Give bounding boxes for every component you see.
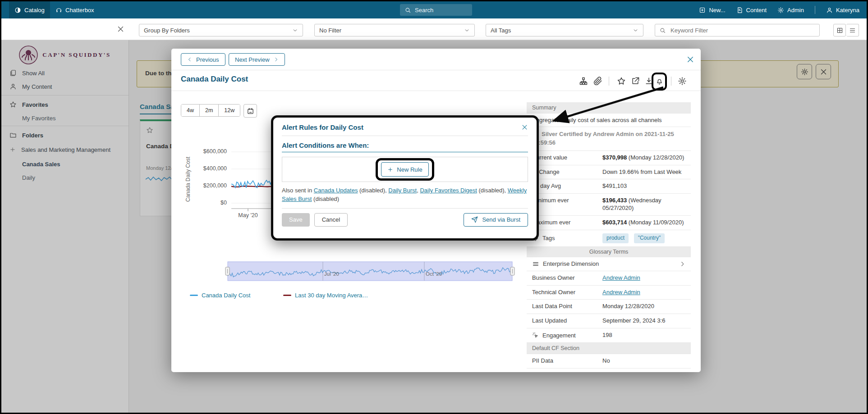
- disabled-note: (disabled),: [358, 187, 388, 194]
- owner-link[interactable]: Andrew Admin: [602, 274, 640, 281]
- summary-row-avg: 30 day Avg $491,103: [527, 179, 691, 193]
- legend-swatch: [283, 295, 291, 296]
- filter-dropdown[interactable]: No Filter: [314, 24, 475, 36]
- legend-label: Last 30 day Moving Avera…: [295, 292, 368, 299]
- alert-divider: [282, 208, 528, 209]
- mini-x-tick: Jul '20: [324, 271, 339, 277]
- conditions-heading: Alert Conditions are When:: [282, 141, 528, 149]
- filter-bar: Group By Folders No Filter All Tags: [1, 18, 867, 40]
- cursor-click-icon: [532, 332, 539, 339]
- glossary-header: Glossary Terms: [527, 246, 691, 257]
- row-value-bold: $603,714: [602, 219, 627, 226]
- top-nav: Catalog Chatterbox Search New... Content: [1, 1, 867, 18]
- tag-chip[interactable]: product: [602, 233, 629, 243]
- conditions-empty-box: New Rule: [282, 157, 528, 182]
- conditions-underline: [282, 152, 528, 152]
- row-label: PII Data: [532, 357, 602, 364]
- tab-chatterbox[interactable]: Chatterbox: [50, 1, 100, 18]
- send-via-burst-label: Send via Burst: [482, 216, 520, 223]
- alert-divider: [282, 136, 528, 136]
- alert-rules-modal: Alert Rules for Daily Cost Alert Conditi…: [271, 115, 539, 241]
- legend-item-daily-cost[interactable]: Canada Daily Cost: [190, 292, 250, 299]
- glossary-term-row[interactable]: Enterprise Dimension: [527, 257, 691, 271]
- grid-view-button[interactable]: [833, 24, 846, 36]
- user-name: Kateryna: [836, 7, 859, 14]
- search-icon: [404, 7, 411, 14]
- tags-value: All Tags: [491, 27, 511, 34]
- chevron-down-icon: [292, 27, 298, 33]
- catalog-logo-icon: [14, 7, 21, 14]
- close-sidebar-icon[interactable]: [117, 25, 124, 33]
- row-label: Maximum ever: [532, 219, 602, 226]
- plus-icon: [387, 167, 393, 173]
- global-search[interactable]: Search: [400, 4, 472, 16]
- row-value: 198: [602, 332, 685, 339]
- row-label: 30 day Avg: [532, 182, 602, 189]
- legend-item-moving-average[interactable]: Last 30 day Moving Avera…: [283, 292, 368, 299]
- burst-link[interactable]: Daily Burst: [388, 187, 417, 194]
- alert-modal-header: Alert Rules for Daily Cost: [282, 123, 528, 131]
- admin-button-label: Admin: [787, 7, 804, 14]
- user-menu[interactable]: Kateryna: [826, 7, 859, 14]
- row-value-bold: $196,433: [602, 197, 627, 204]
- brush-handle-right[interactable]: [510, 267, 514, 275]
- legend-swatch: [190, 295, 198, 296]
- keyword-filter-input[interactable]: [670, 27, 815, 34]
- new-button-label: New...: [709, 7, 725, 14]
- row-label: Last Data Point: [532, 303, 602, 309]
- chevron-down-icon: [464, 27, 470, 33]
- admin-button[interactable]: Admin: [777, 7, 804, 14]
- summary-row-tags: Tags product "Country": [527, 230, 691, 246]
- row-value: No: [602, 357, 685, 365]
- row-label: Engagement: [542, 332, 576, 339]
- app-window: Catalog Chatterbox Search New... Content: [0, 0, 868, 414]
- row-label: % Change: [532, 168, 602, 175]
- owner-link[interactable]: Andrew Admin: [602, 289, 640, 296]
- row-label: Business Owner: [532, 274, 602, 281]
- summary-description: Aggregated daily cost of sales across al…: [527, 113, 691, 127]
- send-via-burst-button[interactable]: Send via Burst: [464, 213, 528, 227]
- tab-chatterbox-label: Chatterbox: [65, 7, 94, 14]
- alert-modal-title: Alert Rules for Daily Cost: [282, 123, 363, 131]
- tab-catalog[interactable]: Catalog: [9, 1, 50, 18]
- list-view-button[interactable]: [846, 24, 859, 36]
- summary-row-current: Current value $370,998 (Monday 12/28/202…: [527, 150, 691, 165]
- summary-row-min: Minimum ever $196,433 (Wednesday 05/27/2…: [527, 193, 691, 215]
- certified-text: Silver Certified by Andrew Admin on 2021…: [532, 131, 674, 146]
- person-icon: [826, 7, 833, 14]
- also-sent-prefix: Also sent in: [282, 187, 314, 194]
- cancel-button[interactable]: Cancel: [314, 213, 348, 227]
- certified-row: Silver Certified by Andrew Admin on 2021…: [527, 127, 691, 150]
- keyword-filter-box: [655, 24, 820, 36]
- row-value: $491,103: [602, 182, 685, 190]
- summary-row-change: % Change Down 19.66% from Last Week: [527, 165, 691, 179]
- summary-row-pii: PII Data No: [527, 354, 691, 369]
- glossary-term-label: Enterprise Dimension: [543, 260, 599, 267]
- cf-section-header: Default CF Section: [527, 342, 691, 354]
- burst-link[interactable]: Canada Updates: [314, 187, 358, 194]
- new-button[interactable]: New...: [699, 7, 725, 14]
- save-button[interactable]: Save: [282, 213, 310, 227]
- legend-label: Canada Daily Cost: [202, 292, 250, 299]
- new-rule-button[interactable]: New Rule: [381, 162, 428, 177]
- content-button[interactable]: Content: [736, 7, 767, 14]
- row-label: Last Updated: [532, 317, 602, 324]
- row-value-rest: (Monday 12/28/2020): [627, 154, 684, 161]
- disabled-note: (disabled): [312, 196, 339, 202]
- close-alert-icon[interactable]: [521, 124, 528, 131]
- group-by-dropdown[interactable]: Group By Folders: [139, 24, 303, 36]
- summary-row-last-data-point: Last Data Point Monday 12/28/2020: [527, 299, 691, 314]
- tag-chip[interactable]: "Country": [634, 233, 665, 243]
- document-icon: [736, 7, 743, 14]
- hamburger-icon: [532, 260, 539, 268]
- brush-handle-left[interactable]: [225, 267, 230, 275]
- grid-view-icon: [836, 27, 843, 34]
- headphones-icon: [55, 7, 62, 14]
- paper-plane-icon: [471, 216, 478, 223]
- tab-catalog-label: Catalog: [24, 7, 45, 14]
- chevron-down-icon: [633, 27, 638, 33]
- filter-value: No Filter: [319, 27, 341, 34]
- burst-link[interactable]: Daily Favorites Digest: [420, 187, 477, 194]
- tags-dropdown[interactable]: All Tags: [486, 24, 643, 36]
- summary-panel: Summary Aggregated daily cost of sales a…: [527, 102, 691, 369]
